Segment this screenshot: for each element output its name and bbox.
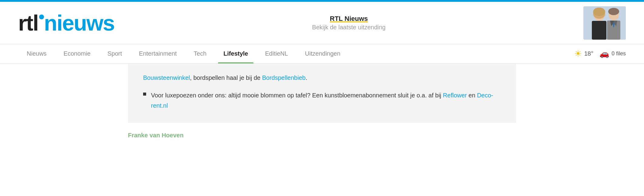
- files-widget[interactable]: 🚗 0 files: [599, 49, 626, 58]
- header: rtl nieuws RTL Nieuws Bekijk de laatste …: [0, 2, 644, 44]
- bouwsteenwinkel-link[interactable]: Bouwsteenwinkel: [143, 74, 190, 81]
- svg-rect-2: [592, 21, 606, 40]
- bullet-square: [143, 93, 146, 96]
- reflower-link[interactable]: Reflower: [443, 92, 467, 99]
- presenter-section: [583, 6, 626, 40]
- first-line-connector: , bordspellen haal je bij de: [190, 74, 262, 81]
- weather-widget: ☀ 18°: [574, 49, 593, 59]
- logo[interactable]: rtl nieuws: [18, 12, 114, 34]
- logo-dot: [39, 15, 44, 19]
- bullet-main-text: Voor luxepoezen onder ons: altijd mooie …: [151, 92, 443, 99]
- broadcast-promo[interactable]: RTL Nieuws Bekijk de laatste uitzending: [114, 15, 583, 31]
- nav-item-lifestyle[interactable]: Lifestyle: [215, 44, 257, 63]
- nav-item-entertainment[interactable]: Entertainment: [130, 44, 185, 63]
- nav-item-sport[interactable]: Sport: [99, 44, 131, 63]
- broadcast-title: RTL Nieuws: [312, 15, 385, 23]
- navigation: Nieuws Economie Sport Entertainment Tech…: [0, 44, 644, 64]
- bullet-text: Voor luxepoezen onder ons: altijd mooie …: [151, 90, 501, 111]
- first-line-text: Bouwsteenwinkel, bordspellen haal je bij…: [143, 73, 501, 83]
- nav-item-uitzendingen[interactable]: Uitzendingen: [297, 44, 349, 63]
- nav-items: Nieuws Economie Sport Entertainment Tech…: [18, 44, 574, 63]
- svg-point-10: [608, 8, 619, 15]
- nav-item-tech[interactable]: Tech: [185, 44, 215, 63]
- bullet-between-text: en: [467, 92, 477, 99]
- sun-icon: ☀: [574, 49, 582, 59]
- svg-point-4: [593, 8, 605, 16]
- nav-item-nieuws[interactable]: Nieuws: [18, 44, 55, 63]
- content-area: Bouwsteenwinkel, bordspellen haal je bij…: [110, 64, 534, 139]
- weather-temp: 18°: [584, 50, 593, 57]
- logo-nieuws: nieuws: [44, 12, 114, 34]
- car-icon: 🚗: [599, 49, 609, 58]
- nav-item-editienl[interactable]: EditieNL: [257, 44, 297, 63]
- nav-item-economie[interactable]: Economie: [55, 44, 99, 63]
- article-content-block: Bouwsteenwinkel, bordspellen haal je bij…: [128, 64, 516, 123]
- bordspellenbieb-link[interactable]: Bordspellenbieb: [262, 74, 305, 81]
- bullet-item: Voor luxepoezen onder ons: altijd mooie …: [143, 90, 501, 111]
- broadcast-subtitle: Bekijk de laatste uitzending: [312, 24, 385, 31]
- author-name: Franke van Hoeven: [128, 132, 516, 139]
- files-label: 0 files: [612, 51, 626, 57]
- logo-rtl: rtl: [18, 12, 38, 34]
- presenter-image: [583, 6, 626, 40]
- nav-right-widgets: ☀ 18° 🚗 0 files: [574, 49, 626, 59]
